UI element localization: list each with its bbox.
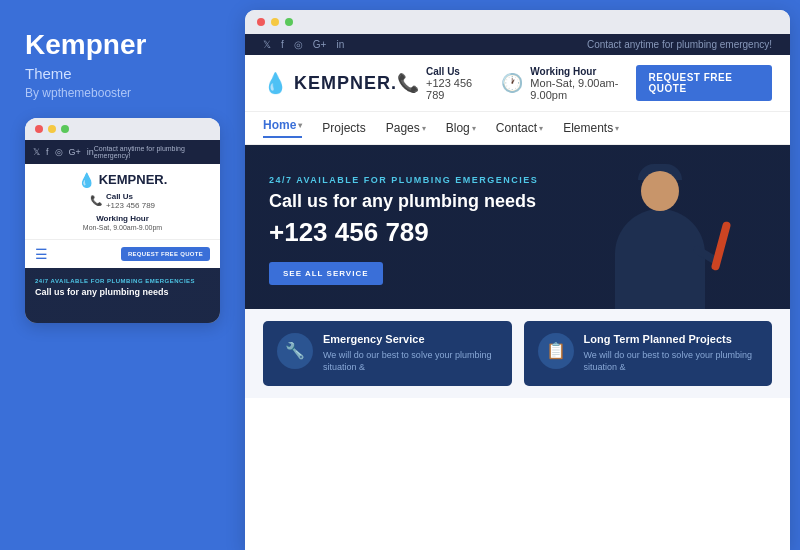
theme-subtitle: Theme	[25, 65, 220, 82]
mobile-logo-area: 💧 KEMPNER. 📞 Call Us +123 456 789 Workin…	[25, 164, 220, 240]
working-label: Working Hour	[530, 66, 635, 77]
call-number: +123 456 789	[426, 77, 481, 101]
topbar-facebook-icon: f	[281, 39, 284, 50]
mobile-logo: 💧 KEMPNER.	[78, 172, 168, 188]
mobile-facebook-icon: f	[46, 147, 49, 157]
mobile-logo-text: KEMPNER.	[99, 172, 168, 187]
mobile-working-row: Working Hour Mon-Sat, 9.00am-9.00pm	[83, 214, 162, 231]
mobile-phone-icon: 📞	[90, 195, 102, 206]
browser-dot-yellow	[271, 18, 279, 26]
left-panel: Kempner Theme By wpthemebooster 𝕏 f ◎ G+…	[0, 0, 245, 550]
mobile-hero-title: Call us for any plumbing needs	[35, 287, 210, 299]
dot-red	[35, 125, 43, 133]
nav-blog-arrow: ▾	[472, 124, 476, 133]
topbar-linkedin-icon: in	[336, 39, 344, 50]
longterm-card-desc: We will do our best to solve your plumbi…	[584, 349, 759, 374]
longterm-icon-wrap: 📋	[538, 333, 574, 369]
topbar-twitter-icon: 𝕏	[263, 39, 271, 50]
clock-icon: 🕐	[501, 72, 523, 94]
mobile-topbar: 𝕏 f ◎ G+ in Contact anytime for plumbing…	[25, 140, 220, 164]
nav-item-contact[interactable]: Contact ▾	[496, 121, 543, 135]
topbar-instagram-icon: ◎	[294, 39, 303, 50]
mobile-hero: 24/7 AVAILABLE FOR PLUMBING EMERGENCIES …	[25, 268, 220, 323]
mobile-gplus-icon: G+	[69, 147, 81, 157]
site-header: 💧 KEMPNER. 📞 Call Us +123 456 789 🕐 Work…	[245, 55, 790, 112]
browser-dot-green	[285, 18, 293, 26]
mobile-phone-row: 📞 Call Us +123 456 789	[90, 192, 155, 210]
mobile-call-label: Call Us	[106, 192, 155, 201]
call-label: Call Us	[426, 66, 481, 77]
hero-main-title: Call us for any plumbing needs	[269, 191, 542, 213]
emergency-service-card: 🔧 Emergency Service We will do our best …	[263, 321, 512, 386]
by-author: By wpthemebooster	[25, 86, 220, 100]
topbar-gplus-icon: G+	[313, 39, 327, 50]
nav-elements-label: Elements	[563, 121, 613, 135]
topbar-social-icons: 𝕏 f ◎ G+ in	[263, 39, 344, 50]
hero-person-illustration	[570, 149, 750, 309]
site-topbar: 𝕏 f ◎ G+ in Contact anytime for plumbing…	[245, 34, 790, 55]
wrench-icon: 🔧	[285, 341, 305, 360]
dot-green	[61, 125, 69, 133]
mobile-nav-area: ☰ REQUEST FREE QUOTE	[25, 240, 220, 268]
nav-contact-arrow: ▾	[539, 124, 543, 133]
header-cta-button[interactable]: REQUEST FREE QUOTE	[636, 65, 772, 101]
mobile-hero-sub: 24/7 AVAILABLE FOR PLUMBING EMERGENCIES	[35, 278, 210, 284]
nav-item-pages[interactable]: Pages ▾	[386, 121, 426, 135]
nav-contact-label: Contact	[496, 121, 537, 135]
mobile-social-icons: 𝕏 f ◎ G+ in	[33, 147, 94, 157]
site-header-info: 📞 Call Us +123 456 789 🕐 Working Hour Mo…	[397, 66, 636, 101]
hero-cta-button[interactable]: SEE ALL SERVICE	[269, 262, 383, 285]
nav-item-projects[interactable]: Projects	[322, 121, 365, 135]
browser-dot-red	[257, 18, 265, 26]
emergency-card-desc: We will do our best to solve your plumbi…	[323, 349, 498, 374]
nav-pages-label: Pages	[386, 121, 420, 135]
clipboard-icon: 📋	[546, 341, 566, 360]
site-logo: 💧 KEMPNER.	[263, 71, 397, 95]
site-logo-text: KEMPNER.	[294, 73, 397, 94]
emergency-icon-wrap: 🔧	[277, 333, 313, 369]
nav-projects-label: Projects	[322, 121, 365, 135]
browser-chrome	[245, 10, 790, 34]
site-logo-icon: 💧	[263, 71, 288, 95]
mobile-cta-button[interactable]: REQUEST FREE QUOTE	[121, 247, 210, 261]
dot-yellow	[48, 125, 56, 133]
nav-home-label: Home	[263, 118, 296, 132]
mobile-working-hours: Mon-Sat, 9.00am-9.00pm	[83, 224, 162, 231]
mobile-working-label: Working Hour	[96, 214, 149, 223]
desktop-preview-panel: 𝕏 f ◎ G+ in Contact anytime for plumbing…	[245, 10, 790, 550]
phone-icon: 📞	[397, 72, 419, 94]
mobile-call-number: +123 456 789	[106, 201, 155, 210]
nav-item-elements[interactable]: Elements ▾	[563, 121, 619, 135]
mobile-preview-card: 𝕏 f ◎ G+ in Contact anytime for plumbing…	[25, 118, 220, 323]
nav-item-home[interactable]: Home ▾	[263, 118, 302, 138]
site-bottom-cards: 🔧 Emergency Service We will do our best …	[245, 309, 790, 398]
mobile-logo-icon: 💧	[78, 172, 95, 188]
mobile-twitter-icon: 𝕏	[33, 147, 40, 157]
site-hero: 24/7 AVAILABLE FOR PLUMBING EMERGENCIES …	[245, 145, 790, 309]
mobile-contact-text: Contact anytime for plumbing emergency!	[94, 145, 212, 159]
mobile-instagram-icon: ◎	[55, 147, 63, 157]
working-hours: Mon-Sat, 9.00am-9.00pm	[530, 77, 635, 101]
emergency-card-title: Emergency Service	[323, 333, 498, 345]
nav-blog-label: Blog	[446, 121, 470, 135]
hamburger-icon: ☰	[35, 246, 48, 262]
working-info: 🕐 Working Hour Mon-Sat, 9.00am-9.00pm	[501, 66, 635, 101]
longterm-projects-card: 📋 Long Term Planned Projects We will do …	[524, 321, 773, 386]
mobile-linkedin-icon: in	[87, 147, 94, 157]
mobile-browser-dots	[25, 118, 220, 140]
topbar-contact-text: Contact anytime for plumbing emergency!	[587, 39, 772, 50]
longterm-card-title: Long Term Planned Projects	[584, 333, 759, 345]
site-nav: Home ▾ Projects Pages ▾ Blog ▾ Contact ▾…	[245, 112, 790, 145]
brand-title: Kempner	[25, 30, 220, 61]
nav-home-arrow: ▾	[298, 121, 302, 130]
nav-elements-arrow: ▾	[615, 124, 619, 133]
nav-item-blog[interactable]: Blog ▾	[446, 121, 476, 135]
nav-pages-arrow: ▾	[422, 124, 426, 133]
call-info: 📞 Call Us +123 456 789	[397, 66, 481, 101]
